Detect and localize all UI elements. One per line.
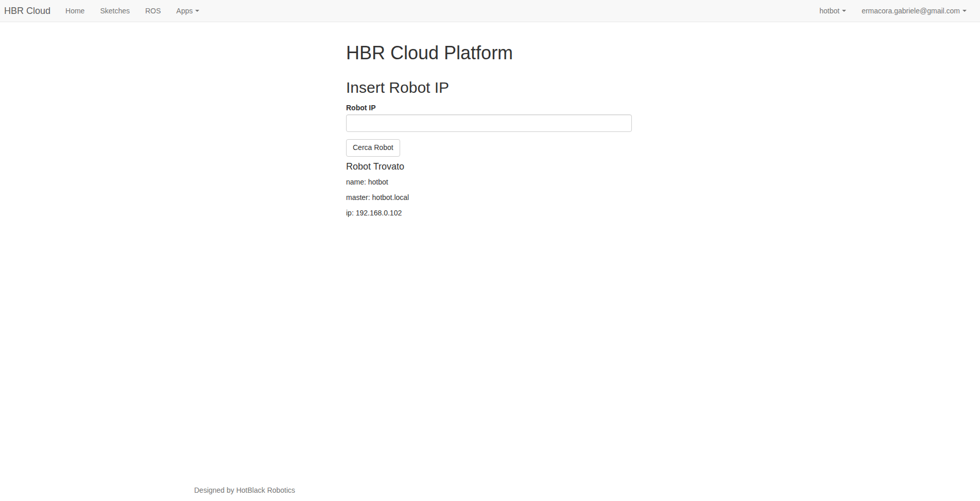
robot-ip-text: ip: 192.168.0.102	[346, 208, 632, 218]
brand-link[interactable]: HBR Cloud	[4, 6, 50, 16]
nav-item-apps-dropdown[interactable]: Apps	[168, 0, 207, 22]
nav-item-robot-dropdown[interactable]: hotbot	[812, 0, 854, 22]
form-actions: Cerca Robot	[346, 139, 632, 157]
section-title: Insert Robot IP	[346, 79, 632, 96]
chevron-down-icon	[842, 10, 846, 12]
nav-item-apps-label: Apps	[176, 7, 193, 15]
nav-item-sketches-label: Sketches	[100, 7, 130, 15]
robot-name-text: name: hotbot	[346, 177, 632, 187]
result-title: Robot Trovato	[346, 162, 632, 172]
nav-item-sketches[interactable]: Sketches	[92, 0, 137, 22]
nav-item-ros-label: ROS	[145, 7, 161, 15]
nav-item-robot-label: hotbot	[819, 7, 839, 15]
navbar-right-menu: hotbot ermacora.gabriele@gmail.com	[812, 0, 980, 22]
cerca-robot-button[interactable]: Cerca Robot	[346, 139, 400, 157]
nav-item-ros[interactable]: ROS	[137, 0, 168, 22]
chevron-down-icon	[962, 10, 967, 12]
navbar-left-menu: Home Sketches ROS Apps	[58, 0, 207, 22]
main-content: HBR Cloud Platform Insert Robot IP Robot…	[346, 43, 632, 218]
page-title: HBR Cloud Platform	[346, 43, 632, 63]
nav-item-account-dropdown[interactable]: ermacora.gabriele@gmail.com	[854, 0, 974, 22]
navbar: HBR Cloud Home Sketches ROS Apps hotbot …	[0, 0, 980, 22]
robot-master-text: master: hotbot.local	[346, 192, 632, 203]
nav-item-home[interactable]: Home	[58, 0, 92, 22]
robot-ip-form-group: Robot IP	[346, 104, 632, 132]
footer-credit: Designed by HotBlack Robotics	[194, 485, 295, 495]
robot-ip-input[interactable]	[346, 114, 632, 132]
nav-item-account-label: ermacora.gabriele@gmail.com	[862, 7, 960, 15]
robot-ip-label: Robot IP	[346, 104, 632, 112]
chevron-down-icon	[195, 10, 199, 12]
nav-item-home-label: Home	[65, 7, 84, 15]
